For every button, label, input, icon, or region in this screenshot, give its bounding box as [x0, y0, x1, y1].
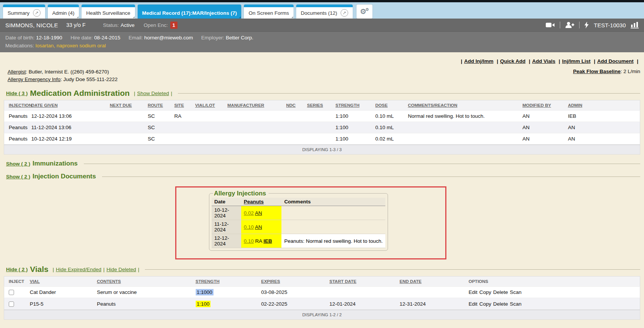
medication-link-naproxen[interactable]: naproxen sodium oral [57, 43, 106, 48]
tab-summary[interactable]: Summary ↗ [3, 5, 45, 19]
quick-add-link[interactable]: Quick Add [500, 58, 526, 64]
delete-link[interactable]: Delete [493, 289, 508, 295]
col-ndc[interactable]: NDC [284, 100, 305, 111]
lightning-bolt-icon[interactable] [584, 22, 589, 28]
cell-strength: 1:100 [193, 298, 259, 309]
divider [145, 269, 640, 270]
inj-imm-list-link[interactable]: Inj/Imm List [562, 58, 591, 64]
show-deleted-link[interactable]: Show Deleted [137, 91, 169, 96]
col-strength[interactable]: STRENGTH [193, 276, 259, 287]
scan-link[interactable]: Scan [510, 301, 521, 307]
col-vial-lot[interactable]: VIAL/LOT [193, 100, 225, 111]
dose-link[interactable]: 0.10 [244, 224, 254, 230]
tab-health-surveillance[interactable]: Health Surveillance [82, 5, 135, 19]
vials-hide-toggle[interactable]: Hide ( 2 ) [6, 267, 28, 272]
col-peanuts[interactable]: Peanuts [241, 198, 282, 206]
cell-site [172, 122, 193, 133]
main-content: Allergist: Butler, Internist E. ((260) 4… [0, 52, 644, 328]
col-contents[interactable]: CONTENTS [95, 276, 193, 287]
col-start-date[interactable]: START DATE [327, 276, 397, 287]
col-comments-reaction[interactable]: COMMENTS/REACTION [406, 100, 520, 111]
cell-inject [4, 298, 28, 309]
cell-date: 10-12-2024 [212, 206, 241, 220]
add-document-link[interactable]: Add Document [597, 58, 633, 64]
col-date: Date [212, 198, 241, 206]
col-strength[interactable]: STRENGTH [333, 100, 373, 111]
delete-link[interactable]: Delete [493, 301, 508, 307]
col-admin[interactable]: ADMIN [566, 100, 640, 111]
col-options: OPTIONS [467, 276, 640, 287]
med-admin-header-row: INJECTION DATE GIVEN NEXT DUE ROUTE SITE… [4, 100, 640, 111]
initials-link[interactable]: AN [255, 224, 262, 230]
tab-admin[interactable]: Admin (4) [48, 5, 79, 19]
allergy-injections-header-row: Date Peanuts Comments [212, 198, 385, 206]
cell-date-given: 10-12-2024 12:19 [29, 133, 108, 145]
scan-link[interactable]: Scan [510, 289, 521, 295]
cell-series [305, 122, 333, 133]
cell-comments: Peanuts: Normal red swelling. Hot to tou… [281, 234, 385, 248]
tab-medical-record[interactable]: Medical Record (17):MAR/Injections (7) [138, 5, 242, 19]
dose-link[interactable]: 0.02 [244, 210, 254, 216]
med-admin-row: Peanuts10-12-2024 12:19SC1:1000.02 mLANA… [4, 133, 640, 145]
col-modified-by[interactable]: MODIFIED BY [520, 100, 566, 111]
col-injection[interactable]: INJECTION [4, 100, 29, 111]
med-admin-hide-toggle[interactable]: Hide ( 3 ) [6, 91, 28, 96]
edit-link[interactable]: Edit [469, 301, 478, 307]
bar-chart-icon[interactable] [631, 22, 639, 28]
med-admin-section-header: Hide ( 3 ) Medication Administration | S… [6, 89, 640, 98]
tab-documents[interactable]: Documents (12) ↗ [296, 5, 353, 19]
col-date-given[interactable]: DATE GIVEN [29, 100, 108, 111]
med-admin-table: INJECTION DATE GIVEN NEXT DUE ROUTE SITE… [4, 100, 640, 145]
dose-link[interactable]: 0.10 [244, 238, 254, 244]
cell-manufacturer [225, 122, 284, 133]
col-end-date[interactable]: END DATE [397, 276, 467, 287]
col-series[interactable]: SERIES [305, 100, 333, 111]
inject-checkbox[interactable] [9, 301, 14, 307]
cell-vial-lot [193, 133, 225, 145]
vials-paging: DISPLAYING 1-2 / 2 [4, 310, 640, 320]
col-manufacturer[interactable]: MANUFACTURER [225, 100, 284, 111]
col-next-due[interactable]: NEXT DUE [108, 100, 146, 111]
cell-date: 12-12-2024 [212, 234, 241, 248]
cell-dose: 0.02 mL [373, 133, 406, 145]
tab-label: Documents (12) [301, 10, 337, 16]
col-site[interactable]: SITE [172, 100, 193, 111]
add-vials-link[interactable]: Add Vials [532, 58, 555, 64]
cell-vial: Cat Dander [28, 287, 95, 298]
edit-link[interactable]: Edit [469, 289, 478, 295]
cell-next-due [108, 122, 146, 133]
hide-deleted-link[interactable]: Hide Deleted [107, 267, 136, 272]
allergy-injection-row: 10-12-20240.02 AN [212, 206, 385, 220]
injection-documents-section-header: Show ( 2 ) Injection Documents [6, 173, 640, 180]
hide-expired-link[interactable]: Hide Expired/Ended [56, 267, 101, 272]
open-enc-badge[interactable]: 1 [170, 22, 177, 29]
add-inj-imm-link[interactable]: Add Inj/Imm [464, 58, 493, 64]
peak-flow-baseline-link[interactable]: Peak Flow Baseline [573, 69, 620, 74]
injection-documents-show-toggle[interactable]: Show ( 2 ) [6, 174, 30, 180]
allergy-emergency-link[interactable]: Allergy Emergency Info [8, 77, 61, 82]
col-vial[interactable]: VIAL [28, 276, 95, 287]
col-dose[interactable]: DOSE [373, 100, 406, 111]
add-person-icon[interactable] [565, 22, 574, 28]
col-route[interactable]: ROUTE [146, 100, 172, 111]
initials-link[interactable]: AN [255, 210, 262, 216]
immunizations-show-toggle[interactable]: Show ( 2 ) [6, 161, 30, 167]
popout-icon[interactable]: ↗ [341, 9, 348, 17]
vials-table: INJECT VIAL CONTENTS STRENGTH EXPIRES ST… [4, 276, 640, 310]
allergy-injections-box: Allergy Injections Date Peanuts Comments… [209, 190, 388, 251]
video-camera-icon[interactable] [546, 22, 555, 28]
cell-start-date [327, 287, 397, 298]
col-comments: Comments [281, 198, 385, 206]
settings-button[interactable]: ⚙ ⚙ [357, 5, 372, 19]
popout-icon[interactable]: ↗ [33, 9, 41, 17]
tab-on-screen-forms[interactable]: On Screen Forms [244, 5, 294, 19]
medication-link-losartan[interactable]: losartan [36, 43, 54, 48]
inject-checkbox[interactable] [9, 290, 14, 295]
strength-highlight: 1:1000 [196, 289, 214, 295]
allergy-emergency-value: : Judy Doe 555-111-2222 [61, 77, 118, 82]
col-expires[interactable]: EXPIRES [259, 276, 327, 287]
allergist-link[interactable]: Allergist [8, 69, 26, 75]
copy-link[interactable]: Copy [479, 289, 492, 295]
copy-link[interactable]: Copy [479, 301, 492, 307]
initials-link[interactable]: IEB [264, 238, 272, 244]
